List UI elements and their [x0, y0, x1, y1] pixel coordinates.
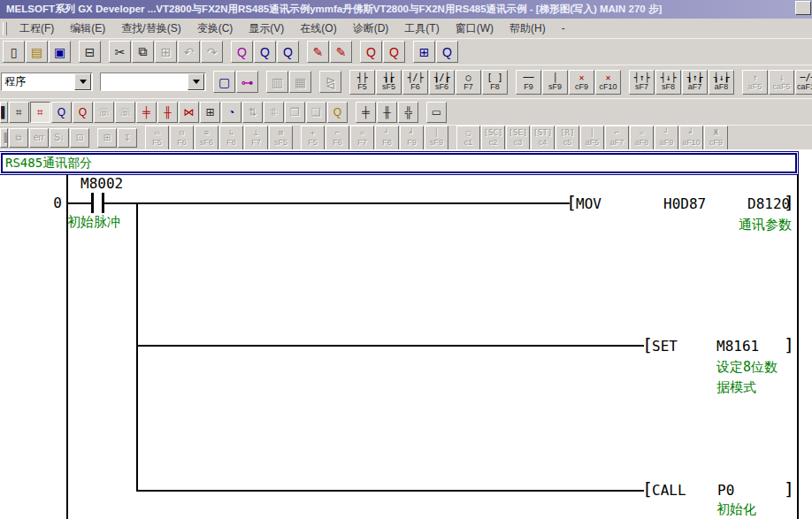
help-search-button[interactable]: Q: [436, 41, 458, 63]
menu-diagnostics[interactable]: 诊断(D): [345, 19, 397, 37]
open-branch-button[interactable]: ┧┟ sF5: [376, 70, 402, 95]
sfc-delete-rule-button[interactable]: Ж cF9: [704, 126, 728, 150]
horizontal-line-button[interactable]: ── F9: [516, 70, 541, 95]
block-grid-button[interactable]: ⊞: [97, 128, 117, 148]
invert-down-button[interactable]: ↓ caF5: [769, 70, 794, 95]
menu-project[interactable]: 工程(F): [11, 19, 62, 37]
sfc-selection-convergence-button[interactable]: ┘ F8: [375, 126, 399, 150]
sfc-dummy-step-button[interactable]: ≡ sF6: [195, 126, 218, 150]
menu-view[interactable]: 显示(V): [241, 19, 292, 37]
cut-button[interactable]: ✂: [109, 41, 131, 63]
menu-find-replace[interactable]: 查找/替换(S): [113, 19, 188, 37]
rung-delete-button[interactable]: ⋈: [179, 102, 199, 123]
menu-help[interactable]: 帮助(H): [502, 19, 554, 37]
tb3-partial-button[interactable]: ▌: [0, 102, 8, 123]
ladder-edit-canvas[interactable]: RS485通讯部分 0 M8002 初始脉冲 [ MOV H0D87 D8120…: [0, 149, 812, 519]
undo-button[interactable]: ↶: [178, 41, 200, 63]
block-list-button[interactable]: ⊡: [70, 128, 89, 148]
sfc-step-button[interactable]: ▭ F5: [145, 126, 169, 150]
sfc-simultaneous-convergence-button[interactable]: ╛ F9: [400, 126, 424, 150]
rung-insert-button[interactable]: ╪: [136, 102, 157, 123]
menu-online[interactable]: 在线(O): [292, 19, 344, 37]
window-cascade-button[interactable]: ❐: [285, 102, 305, 123]
sfc-block-step-button[interactable]: ⊠ sF5: [269, 126, 293, 150]
closed-branch-button[interactable]: ┧/┟ sF6: [429, 70, 455, 95]
coil-button[interactable]: ◯ F7: [456, 70, 481, 95]
sfc-se-button[interactable]: [SE] c3: [506, 126, 530, 150]
comment-search-button[interactable]: Q: [327, 102, 348, 123]
comment-edit-button[interactable]: ✎: [307, 41, 329, 63]
step-run-button[interactable]: ⇅: [242, 102, 263, 123]
ladder-monitor-button[interactable]: ▥: [266, 71, 288, 93]
find-button[interactable]: Q: [231, 41, 253, 63]
statement-edit-button[interactable]: ✎: [330, 41, 352, 63]
menu-convert[interactable]: 变换(C): [189, 19, 241, 37]
note-insert-button[interactable]: ╫: [377, 102, 397, 123]
statement-insert-button[interactable]: ╪: [356, 102, 376, 123]
zoom-button[interactable]: Q: [383, 41, 405, 63]
block-transfer-button[interactable]: ↧: [118, 128, 137, 148]
sfc-r-button[interactable]: [R] c5: [555, 126, 579, 150]
sfc-vertical-line-button[interactable]: │ sF9: [425, 126, 448, 150]
monitor-write-mode-button[interactable]: ☏: [115, 102, 135, 123]
copy-program-button[interactable]: ⧉: [9, 128, 28, 148]
rising-pulse-button[interactable]: ┤↑├ sF7: [629, 70, 655, 95]
read-mode-button[interactable]: Q: [51, 102, 72, 123]
data-name-combobox[interactable]: [100, 73, 206, 91]
vertical-line-button[interactable]: │ sF9: [542, 70, 568, 95]
window-control-button-partial[interactable]: [795, 1, 811, 15]
invert-up-button[interactable]: ↑ aF5: [742, 70, 768, 95]
sfc-sc-button[interactable]: [SC] c2: [481, 126, 505, 150]
rung-write-button[interactable]: ╫: [157, 102, 178, 123]
device-find-button[interactable]: Q: [277, 41, 299, 63]
sfc-delete-selection-div-button[interactable]: ⌐ aF7: [605, 126, 629, 150]
sfc-rule-write-button[interactable]: ▢ c1: [456, 126, 480, 150]
sfc-initial-step-button[interactable]: ⊟ F6: [170, 126, 194, 150]
print-button[interactable]: ⊟: [79, 41, 101, 63]
step-break-button[interactable]: ⇳: [264, 102, 284, 123]
sort-s1s9-button[interactable]: S↓: [50, 128, 69, 148]
falling-pulse-branch-button[interactable]: ┧↓┟ aF8: [709, 70, 734, 95]
sfc-end-step-button[interactable]: ⊥ F7: [244, 126, 268, 150]
ladder-edit-mode-button[interactable]: ⌗: [30, 102, 50, 123]
device-zoom-button[interactable]: Q: [360, 41, 382, 63]
chevron-down-icon[interactable]: [188, 73, 204, 90]
sfc-jump-button[interactable]: ↳ F8: [219, 126, 243, 150]
tb4-partial-button[interactable]: ▐: [0, 128, 8, 148]
device-batch-button[interactable]: ⊞: [200, 102, 220, 123]
invert-result-button[interactable]: ─/─ caF10: [795, 70, 812, 95]
project-data-list-button[interactable]: ⊞: [413, 41, 435, 63]
declaration-insert-button[interactable]: ╬: [398, 102, 418, 123]
menu-edit[interactable]: 编辑(E): [62, 19, 113, 37]
write-mode-button[interactable]: Q: [73, 102, 93, 123]
statement-row[interactable]: RS485通讯部分: [1, 153, 797, 173]
open-contact-button[interactable]: ┤├ F5: [349, 70, 375, 95]
sfc-delete-vertical-button[interactable]: │ aF5: [580, 126, 604, 150]
redo-button[interactable]: ↷: [201, 41, 223, 63]
menu-minimized-dash[interactable]: -: [554, 19, 573, 37]
window-tile-button[interactable]: ❏: [306, 102, 326, 123]
new-project-button[interactable]: ▯: [3, 41, 25, 63]
open-project-button[interactable]: ▤: [26, 41, 48, 63]
rising-pulse-branch-button[interactable]: ┧↑┟ aF7: [682, 70, 708, 95]
sfc-selection-divergence-button[interactable]: ⌐ F6: [326, 126, 349, 150]
menu-window[interactable]: 窗口(W): [448, 19, 502, 37]
sfc-simultaneous-divergence-button[interactable]: = F7: [350, 126, 374, 150]
sfc-delete-simultaneous-div-button[interactable]: = aF8: [630, 126, 654, 150]
ladder-symbolic-view-button[interactable]: ⌗: [9, 102, 29, 123]
closed-contact-button[interactable]: ┤/├ F6: [402, 70, 428, 95]
paste-button[interactable]: ⊞: [155, 41, 177, 63]
data-type-combobox[interactable]: 程序: [1, 73, 93, 91]
monitor-bar-button[interactable]: ▭: [426, 102, 447, 123]
sfc-transition-button[interactable]: + F5: [301, 126, 325, 150]
menubar-grip[interactable]: [3, 22, 7, 35]
find-replace-button[interactable]: Q: [254, 41, 276, 63]
parameter-tree-button[interactable]: ⊶: [236, 71, 258, 93]
save-project-button[interactable]: ▣: [49, 41, 71, 63]
sfc-delete-selection-conv-button[interactable]: ┘ aF9: [655, 126, 678, 150]
program-verify-button[interactable]: ⧎: [319, 71, 341, 93]
monitor-mode-button[interactable]: ☏: [94, 102, 114, 123]
falling-pulse-button[interactable]: ┤↓├ sF8: [655, 70, 681, 95]
error-check-button[interactable]: err: [29, 128, 49, 148]
application-instruction-button[interactable]: [ ] F8: [482, 70, 508, 95]
